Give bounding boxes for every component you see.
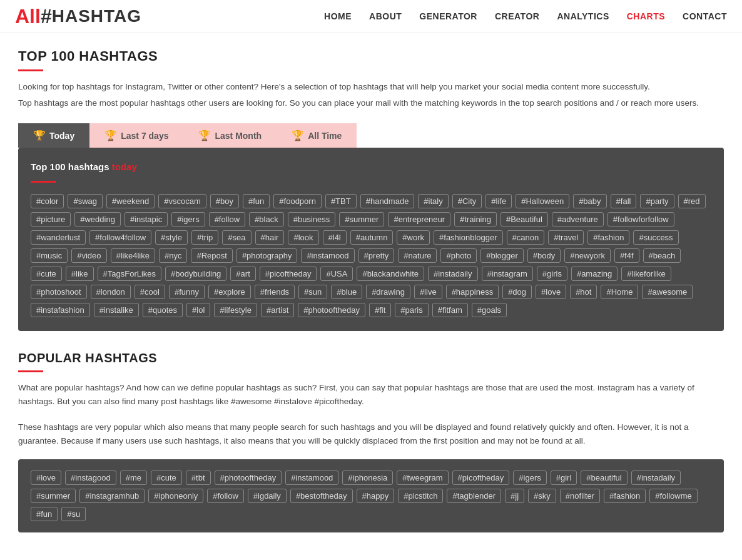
hashtag-tag[interactable]: #fashionblogger [434,230,503,245]
hashtag-tag[interactable]: #love [536,285,566,299]
tab-all-time[interactable]: 🏆All Time [277,123,357,148]
hashtag-tag[interactable]: #style [155,230,188,245]
hashtag-tag[interactable]: #TagsForLikes [98,267,162,281]
hashtag-tag[interactable]: #success [633,230,678,245]
popular-hashtag-tag[interactable]: #photooftheday [215,471,282,485]
popular-hashtag-tag[interactable]: #iphoneonly [148,489,203,503]
popular-hashtag-tag[interactable]: #picstitch [398,489,443,503]
hashtag-tag[interactable]: #follow4follow [89,230,151,245]
popular-hashtag-tag[interactable]: #picoftheday [452,471,510,485]
hashtag-tag[interactable]: #pretty [358,248,395,263]
hashtag-tag[interactable]: #Home [601,285,638,299]
hashtag-tag[interactable]: #amazing [571,267,617,281]
hashtag-tag[interactable]: #TBT [325,194,357,208]
hashtag-tag[interactable]: #life [485,194,512,208]
hashtag-tag[interactable]: #handmade [360,194,415,208]
hashtag-tag[interactable]: #dog [502,285,532,299]
popular-hashtag-tag[interactable]: #tweegram [397,471,448,485]
hashtag-tag[interactable]: #instamood [301,248,354,263]
popular-hashtag-tag[interactable]: #su [61,507,86,521]
popular-hashtag-tag[interactable]: #cute [151,471,182,485]
hashtag-tag[interactable]: #work [397,230,430,245]
hashtag-tag[interactable]: #nyc [159,248,187,263]
hashtag-tag[interactable]: #lifestyle [214,303,257,317]
hashtag-tag[interactable]: #fall [611,194,637,208]
hashtag-tag[interactable]: #business [288,212,336,227]
popular-hashtag-tag[interactable]: #love [31,471,61,485]
popular-hashtag-tag[interactable]: #me [120,471,147,485]
hashtag-tag[interactable]: #picture [31,212,71,227]
nav-charts[interactable]: CHARTS [627,11,665,21]
hashtag-tag[interactable]: #blue [331,285,362,299]
hashtag-tag[interactable]: #fun [243,194,270,208]
tab-last-month[interactable]: 🏆Last Month [183,123,277,148]
hashtag-tag[interactable]: #like [66,267,94,281]
hashtag-tag[interactable]: #photo [440,248,477,263]
hashtag-tag[interactable]: #instapic [125,212,168,227]
hashtag-tag[interactable]: #picoftheday [260,267,317,281]
hashtag-tag[interactable]: #fitfam [432,303,468,317]
hashtag-tag[interactable]: #followforfollow [607,212,674,227]
hashtag-tag[interactable]: #training [454,212,497,227]
hashtag-tag[interactable]: #cute [31,267,62,281]
hashtag-tag[interactable]: #paris [395,303,428,317]
hashtag-tag[interactable]: #swag [68,194,103,208]
hashtag-tag[interactable]: #sun [298,285,327,299]
popular-hashtag-tag[interactable]: #happy [357,489,395,503]
hashtag-tag[interactable]: #live [414,285,442,299]
hashtag-tag[interactable]: #sea [222,230,251,245]
popular-hashtag-tag[interactable]: #instagramhub [79,489,145,503]
hashtag-tag[interactable]: #quotes [143,303,183,317]
popular-hashtag-tag[interactable]: #tbt [186,471,211,485]
popular-hashtag-tag[interactable]: #igers [513,471,546,485]
popular-hashtag-tag[interactable]: #iphonesia [342,471,393,485]
hashtag-tag[interactable]: #entrepreneur [388,212,450,227]
popular-hashtag-tag[interactable]: #instagood [65,471,116,485]
hashtag-tag[interactable]: #look [288,230,318,245]
popular-hashtag-tag[interactable]: #beautiful [581,471,627,485]
hashtag-tag[interactable]: #photoshoot [31,285,87,299]
hashtag-tag[interactable]: #like4like [111,248,155,263]
hashtag-tag[interactable]: #Halloween [516,194,569,208]
hashtag-tag[interactable]: #blackandwhite [357,267,424,281]
hashtag-tag[interactable]: #newyork [564,248,611,263]
hashtag-tag[interactable]: #Repost [191,248,232,263]
nav-contact[interactable]: CONTACT [683,11,727,21]
popular-hashtag-tag[interactable]: #summer [31,489,76,503]
hashtag-tag[interactable]: #City [452,194,482,208]
popular-hashtag-tag[interactable]: #instadaily [631,471,681,485]
nav-creator[interactable]: CREATOR [495,11,539,21]
hashtag-tag[interactable]: #happiness [446,285,499,299]
hashtag-tag[interactable]: #italy [418,194,448,208]
popular-hashtag-tag[interactable]: #fashion [604,489,646,503]
popular-hashtag-tag[interactable]: #girl [551,471,577,485]
hashtag-tag[interactable]: #girls [537,267,567,281]
hashtag-tag[interactable]: #awesome [642,285,693,299]
hashtag-tag[interactable]: #Beautiful [501,212,548,227]
hashtag-tag[interactable]: #hair [255,230,285,245]
hashtag-tag[interactable]: #friends [255,285,295,299]
popular-hashtag-tag[interactable]: #nofilter [560,489,600,503]
popular-hashtag-tag[interactable]: #follow [207,489,243,503]
hashtag-tag[interactable]: #USA [320,267,353,281]
hashtag-tag[interactable]: #goals [472,303,507,317]
hashtag-tag[interactable]: #photooftheday [298,303,365,317]
hashtag-tag[interactable]: #red [678,194,706,208]
hashtag-tag[interactable]: #funny [169,285,205,299]
hashtag-tag[interactable]: #wedding [74,212,121,227]
hashtag-tag[interactable]: #instadaily [428,267,477,281]
nav-analytics[interactable]: ANALYTICS [557,11,609,21]
hashtag-tag[interactable]: #adventure [552,212,604,227]
hashtag-tag[interactable]: #party [640,194,674,208]
hashtag-tag[interactable]: #art [230,267,255,281]
hashtag-tag[interactable]: #instagram [482,267,533,281]
hashtag-tag[interactable]: #beach [643,248,681,263]
hashtag-tag[interactable]: #hot [570,285,597,299]
hashtag-tag[interactable]: #artist [261,303,294,317]
hashtag-tag[interactable]: #bodybuilding [165,267,226,281]
hashtag-tag[interactable]: #london [91,285,131,299]
hashtag-tag[interactable]: #wanderlust [31,230,86,245]
hashtag-tag[interactable]: #f4f [614,248,639,263]
hashtag-tag[interactable]: #vscocam [158,194,206,208]
nav-about[interactable]: ABOUT [369,11,402,21]
